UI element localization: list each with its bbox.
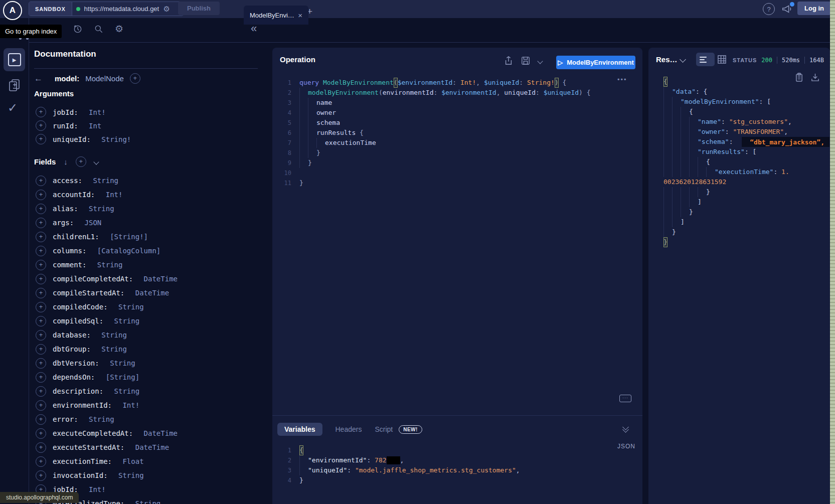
field-name[interactable]: dbtGroup: xyxy=(53,345,91,353)
chevron-down-icon[interactable] xyxy=(93,159,99,164)
code-line[interactable]: "modelByEnvironment": [ xyxy=(663,97,835,107)
add-field-button[interactable]: + xyxy=(36,442,46,453)
history-icon[interactable] xyxy=(73,24,83,34)
tab-variables[interactable]: Variables xyxy=(277,423,322,436)
login-button[interactable]: Log in xyxy=(797,2,831,15)
keyboard-shortcuts-icon[interactable]: ··· xyxy=(619,395,631,402)
add-field-button[interactable]: + xyxy=(36,120,46,131)
add-field-button[interactable]: + xyxy=(36,302,46,312)
add-field-button[interactable]: + xyxy=(36,372,46,383)
code-line[interactable]: } xyxy=(663,207,835,217)
code-line[interactable]: 1{ xyxy=(276,445,627,455)
endpoint-settings-icon[interactable]: ⚙ xyxy=(163,5,170,14)
field-name[interactable]: database: xyxy=(53,331,91,339)
field-type[interactable]: Int! xyxy=(85,485,106,493)
add-field-button[interactable]: + xyxy=(36,330,46,341)
field-name[interactable]: accountId: xyxy=(53,191,95,199)
field-type[interactable]: Int! xyxy=(85,108,106,116)
search-icon[interactable] xyxy=(94,24,104,34)
sidebar-item-explorer[interactable]: ▶ xyxy=(4,48,25,71)
endpoint-url[interactable]: https://metadata.cloud.get xyxy=(84,5,159,13)
add-field-button[interactable]: + xyxy=(36,246,46,256)
add-field-button[interactable]: + xyxy=(36,260,46,270)
field-type[interactable]: DateTime xyxy=(139,275,178,283)
add-field-button[interactable]: + xyxy=(36,176,46,186)
operation-tab[interactable]: ModelByEnvi… × xyxy=(244,6,308,25)
code-line[interactable]: } xyxy=(663,227,835,237)
add-field-button[interactable]: + xyxy=(36,288,46,298)
code-line[interactable]: 7executionTime xyxy=(276,138,627,148)
code-line[interactable]: "schema": “dbt_mary_jackson”, xyxy=(663,137,835,147)
field-name[interactable]: compiledCode: xyxy=(53,303,108,311)
field-type[interactable]: String xyxy=(89,177,118,185)
field-type[interactable]: String xyxy=(97,345,127,353)
field-type[interactable]: DateTime xyxy=(131,443,169,451)
code-line[interactable]: ] xyxy=(663,197,835,207)
field-name[interactable]: childrenL1: xyxy=(53,233,99,241)
save-icon[interactable] xyxy=(521,56,530,67)
field-type[interactable]: String xyxy=(106,359,135,367)
query-editor[interactable]: 1query ModelByEnvironment($environmentId… xyxy=(276,78,627,188)
field-name[interactable]: compileCompletedAt: xyxy=(53,275,133,283)
add-field-button[interactable]: + xyxy=(36,204,46,214)
tab-headers[interactable]: Headers xyxy=(336,425,362,433)
field-type[interactable]: String xyxy=(93,261,122,269)
sidebar-item-checks[interactable]: ✓ xyxy=(8,101,18,115)
sidebar-item-changelog[interactable] xyxy=(8,78,21,94)
add-field-button[interactable]: + xyxy=(36,134,46,144)
field-name[interactable]: comment: xyxy=(53,261,86,269)
add-field-button[interactable]: + xyxy=(36,218,46,228)
run-operation-button[interactable]: ▷ ModelByEnvironment xyxy=(556,56,635,69)
add-field-button[interactable]: + xyxy=(36,316,46,326)
add-field-button[interactable]: + xyxy=(36,107,46,117)
docs-type-link[interactable]: ModelNode xyxy=(85,74,124,83)
field-type[interactable]: Int! xyxy=(101,191,122,199)
tab-close-icon[interactable]: × xyxy=(298,11,302,20)
share-icon[interactable] xyxy=(504,56,513,68)
tab-script[interactable]: Script xyxy=(375,425,393,433)
code-line[interactable]: 10 xyxy=(276,168,627,178)
add-field-button[interactable]: + xyxy=(36,470,46,481)
collapse-panel-icon[interactable] xyxy=(622,425,629,433)
code-line[interactable]: 11} xyxy=(276,178,627,188)
table-view-toggle[interactable] xyxy=(717,55,727,66)
code-line[interactable]: 6runResults { xyxy=(276,128,627,138)
download-response-icon[interactable] xyxy=(811,73,819,84)
field-name[interactable]: executeCompletedAt: xyxy=(53,429,133,437)
sort-icon[interactable]: ↓ xyxy=(64,157,68,166)
field-type[interactable]: Int! xyxy=(118,401,139,409)
code-line[interactable]: 4} xyxy=(276,475,627,485)
apollo-logo[interactable]: A xyxy=(3,1,22,20)
add-all-fields-button[interactable]: + xyxy=(130,73,140,84)
field-name[interactable]: executionTime: xyxy=(53,457,112,465)
code-line[interactable]: "owner": "TRANSFORMER", xyxy=(663,127,835,137)
copy-response-icon[interactable] xyxy=(795,73,803,84)
code-line[interactable]: 2modelByEnvironment(environmentId: $envi… xyxy=(276,88,627,98)
field-name[interactable]: invocationId: xyxy=(53,471,108,479)
field-type[interactable]: String! xyxy=(97,135,131,143)
code-line[interactable]: 9} xyxy=(276,158,627,168)
field-name[interactable]: error: xyxy=(53,415,78,423)
code-line[interactable]: 5schema xyxy=(276,118,627,128)
response-json-viewer[interactable]: {"data": {"modelByEnvironment": [{"name"… xyxy=(648,77,835,247)
field-name[interactable]: runId: xyxy=(53,122,78,130)
code-line[interactable]: "data": { xyxy=(663,87,835,97)
add-field-button[interactable]: + xyxy=(36,344,46,355)
response-chevron-icon[interactable] xyxy=(680,56,686,63)
add-field-button[interactable]: + xyxy=(36,386,46,397)
field-name[interactable]: compiledSql: xyxy=(53,317,103,325)
code-line[interactable]: "name": "stg_customers", xyxy=(663,117,835,127)
field-type[interactable]: String xyxy=(85,415,114,423)
help-icon[interactable]: ? xyxy=(763,3,775,15)
code-line[interactable]: 4owner xyxy=(276,108,627,118)
variables-editor[interactable]: 1{2"environmentId": 782,3"uniqueId": "mo… xyxy=(276,445,627,485)
field-name[interactable]: access: xyxy=(53,177,82,185)
code-line[interactable]: 0023620128631592 xyxy=(663,177,835,187)
field-type[interactable]: String xyxy=(85,205,114,213)
field-type[interactable]: [CatalogColumn] xyxy=(93,247,160,255)
add-field-button[interactable]: + xyxy=(36,456,46,467)
code-line[interactable]: { xyxy=(663,107,835,117)
code-line[interactable]: { xyxy=(663,157,835,167)
endpoint-url-box[interactable]: https://metadata.cloud.get ⚙ xyxy=(72,2,183,16)
back-arrow-icon[interactable]: ← xyxy=(34,74,43,84)
